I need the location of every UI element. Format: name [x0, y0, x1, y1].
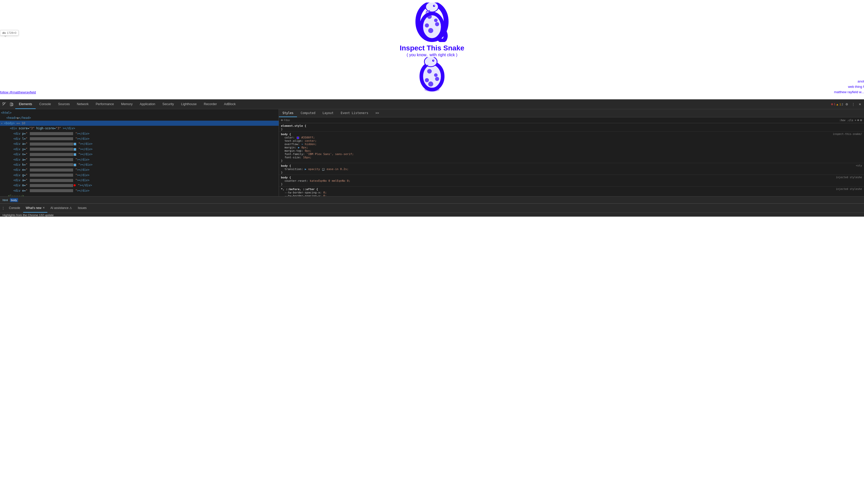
tab-performance[interactable]: Performance: [92, 99, 118, 109]
elements-panel[interactable]: <html> <head>◉</head> ▾ <body> == $0 <di…: [0, 109, 279, 196]
more-options-icon[interactable]: ⋮: [850, 101, 856, 108]
css-close-brace3: }: [281, 183, 283, 186]
div-g-line[interactable]: <div g=" "></div>: [0, 173, 279, 178]
status-text: Highlights from the Chrome 132 update: [2, 213, 54, 217]
svg-point-19: [433, 60, 434, 61]
devtools-bottom-drawer: ⋮ Console What's new ✕ AI assistance ⚠ I…: [0, 204, 864, 217]
css-prop-overflow: overflow: » hidden;: [281, 143, 862, 146]
right-link-2[interactable]: web thing f: [834, 84, 864, 90]
css-selector: element.style {: [281, 124, 306, 127]
div-m-line[interactable]: <div m=" "></div>: [0, 183, 279, 188]
styles-settings-icon[interactable]: ⚙: [860, 118, 862, 122]
head-line[interactable]: <head>◉</head>: [0, 115, 279, 120]
css-prop-fontsize: font-size: 16px;: [281, 156, 862, 159]
css-block-body-2: body { <sty transition: ▶ opacity ✓ ease…: [279, 163, 864, 175]
div-e1-line[interactable]: <div e=" "></div>: [0, 167, 279, 172]
tab-application[interactable]: Application: [136, 99, 159, 109]
div-l-line[interactable]: <div l=" "></div>: [0, 136, 279, 141]
error-icon: ⊗ 1: [831, 102, 836, 106]
tab-lighthouse[interactable]: Lighthouse: [178, 99, 200, 109]
close-devtools-icon[interactable]: ✕: [857, 101, 863, 108]
devtools-main-content: <html> <head>◉</head> ▾ <body> == $0 <di…: [0, 109, 864, 196]
page-content: Inspect This Snake ( you know.. with rig…: [400, 2, 464, 94]
tab-network[interactable]: Network: [73, 99, 92, 109]
tab-elements[interactable]: Elements: [15, 99, 36, 109]
whats-new-close-icon[interactable]: ✕: [43, 206, 45, 209]
styles-tab-computed[interactable]: Computed: [297, 109, 319, 117]
css-close-brace: }: [281, 127, 283, 131]
devtools-tabs: Elements Console Sources Network Perform…: [15, 99, 831, 109]
css-prop-tw-border-y: --tw-border-spacing-y: 0;: [281, 194, 862, 196]
div-a1-line[interactable]: <div a=" ⬡ "></div>: [0, 141, 279, 146]
devtools-tabbar: Elements Console Sources Network Perform…: [0, 99, 864, 109]
div-a2-line[interactable]: <div a=" "></div>: [0, 157, 279, 162]
tab-security[interactable]: Security: [159, 99, 178, 109]
snake-image-top: [414, 2, 450, 42]
tab-recorder[interactable]: Recorder: [200, 99, 220, 109]
div-p-line[interactable]: <div p=" "></div>: [0, 131, 279, 136]
right-link-1[interactable]: anot: [834, 79, 864, 84]
breadcrumb-bar: html body: [0, 196, 864, 204]
styles-tab-layout[interactable]: Layout: [319, 109, 337, 117]
tab-console[interactable]: Console: [36, 99, 55, 109]
element-tooltip: div 1728×0: [0, 30, 19, 36]
css-close-brace2: }: [281, 171, 283, 174]
follow-link[interactable]: follow @matthewrayfield: [0, 90, 36, 94]
styles-panel-tabs: Styles Computed Layout Event Listeners >…: [279, 109, 864, 117]
tab-adblock[interactable]: AdBlock: [220, 99, 239, 109]
css-source-2: <sty: [856, 164, 862, 167]
svg-point-5: [428, 28, 433, 33]
css-selector-body2: body {: [281, 164, 291, 168]
css-block-body-1: body { inspect-this-snake/ color: #3500f…: [279, 132, 864, 163]
styles-panel[interactable]: Styles Computed Layout Event Listeners >…: [279, 109, 864, 196]
svg-point-13: [435, 77, 439, 81]
breadcrumb-html[interactable]: html: [1, 198, 9, 202]
div-e2-line[interactable]: <div e=" "></div>: [0, 188, 279, 193]
css-close-brace1: }: [281, 159, 283, 162]
svg-point-4: [435, 22, 439, 26]
css-selector-body1: body {: [281, 133, 291, 136]
styles-tab-more[interactable]: >>: [372, 109, 383, 117]
svg-point-12: [427, 69, 432, 74]
styles-filter-input[interactable]: [284, 119, 838, 122]
svg-point-20: [424, 88, 440, 91]
styles-tab-styles[interactable]: Styles: [279, 109, 297, 117]
css-prop-fontfamily: font-family: 'IBM Plex Sans', sans-serif…: [281, 152, 862, 156]
comment1-line[interactable]: <!------>: [0, 193, 279, 196]
hov-cls-label[interactable]: :hov .cls +: [839, 119, 856, 122]
css-selector-body3: body {: [281, 176, 291, 179]
div-y-line[interactable]: <div y=" ⬡ "></div>: [0, 147, 279, 152]
styles-tab-event-listeners[interactable]: Event Listeners: [337, 109, 372, 117]
bottom-tab-issues[interactable]: Issues: [75, 204, 89, 212]
right-link-3[interactable]: matthew rayfield w...: [834, 90, 864, 95]
div-a3-line[interactable]: <div a=" "></div>: [0, 178, 279, 183]
css-source-4: injected styleshe: [836, 188, 862, 190]
web-page-preview: div 1728×0: [0, 0, 864, 99]
breadcrumb-body[interactable]: body: [10, 198, 18, 202]
svg-point-10: [434, 5, 434, 6]
bottom-tab-console[interactable]: Console: [7, 204, 23, 212]
div-n1-line[interactable]: <div n=" ⬡ "></div>: [0, 152, 279, 157]
tab-sources[interactable]: Sources: [55, 99, 73, 109]
div-score-line[interactable]: <div score="3" high-score="3" ></div>: [0, 126, 279, 131]
bottom-tab-ai[interactable]: AI assistance ⚠: [48, 204, 75, 212]
settings-icon[interactable]: ⚙: [844, 101, 850, 108]
body-line[interactable]: ▾ <body> == $0: [0, 121, 279, 126]
svg-point-14: [428, 82, 433, 87]
bottom-tab-whats-new[interactable]: What's new ✕: [23, 204, 47, 212]
device-toolbar-icon[interactable]: [8, 101, 15, 108]
styles-filter-row: ⊜ :hov .cls + ⊕ ⚙: [279, 117, 864, 123]
tab-memory[interactable]: Memory: [117, 99, 136, 109]
inspect-element-icon[interactable]: [1, 101, 8, 108]
css-selector-universal: *, ::before, ::after {: [281, 188, 318, 191]
svg-point-6: [434, 19, 437, 22]
div-k-line[interactable]: <div k=" ⬡ "></div>: [0, 162, 279, 167]
new-style-rule-icon[interactable]: ⊕: [857, 118, 859, 122]
css-block-element-style: element.style { }: [279, 123, 864, 132]
svg-point-17: [424, 57, 437, 67]
devtools-panel: Elements Console Sources Network Perform…: [0, 99, 864, 217]
html-line[interactable]: <html>: [0, 110, 279, 115]
drawer-menu-icon[interactable]: ⋮: [1, 206, 5, 210]
svg-point-8: [425, 2, 439, 12]
css-prop-color: color: #3500ff;: [281, 136, 862, 139]
